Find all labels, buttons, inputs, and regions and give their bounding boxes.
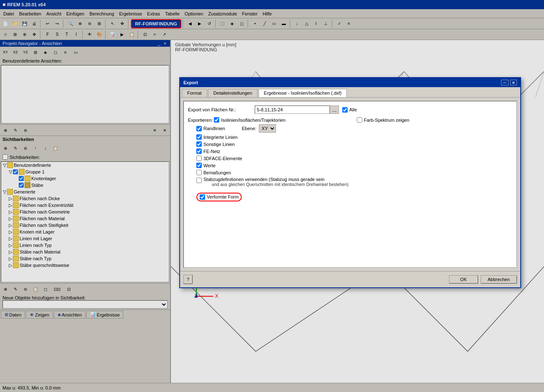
alle-checkbox[interactable] (342, 107, 348, 113)
cb-farb[interactable] (357, 117, 362, 123)
cb-3df[interactable] (196, 156, 202, 161)
modal-title-buttons: ─ × (501, 80, 517, 85)
cb-rand-row: Randlinien Ebene: XY XZ YZ (188, 124, 348, 133)
abbrechen-button[interactable]: Abbrechen (481, 275, 517, 284)
cb-stab-row: Stabzugdefinitionen verwenden (Stabzug m… (188, 177, 348, 188)
stabzug-note2: und aus gleichen Querschnitten mit ident… (212, 182, 348, 187)
modal-title-bar: Export ─ × (180, 78, 520, 87)
cb-rand-label[interactable]: Randlinien (196, 126, 225, 131)
cb-wer-label[interactable]: Werte (196, 163, 216, 168)
ebene-label: Ebene: (242, 126, 256, 131)
cb-fen-label[interactable]: FE-Netz (196, 148, 220, 154)
tab-detaileinstellungen[interactable]: Detaileinstellungen (208, 89, 258, 97)
alle-label: Alle (349, 107, 357, 112)
cb-bem[interactable] (196, 170, 202, 175)
modal-inner: Export von Flächen Nr.: ... Alle Exporti… (183, 101, 517, 268)
cb-bem-label[interactable]: Bemaßungen (196, 170, 231, 175)
cb-stab-label[interactable]: Stabzugdefinitionen verwenden (Stabzug m… (196, 177, 348, 188)
cb-int[interactable] (196, 134, 202, 140)
cb-iso[interactable] (214, 117, 219, 123)
modal-footer: ? OK Abbrechen (180, 271, 520, 287)
modal-close-btn[interactable]: × (510, 80, 517, 85)
export-dialog: Export ─ × Format Detaileinstellungen Er… (179, 77, 521, 288)
cb-3df-label[interactable]: 3DFACE-Elemente (196, 156, 242, 161)
tab-bar: Format Detaileinstellungen Ergebnisse - … (180, 87, 520, 98)
exportieren-label-row: Exportieren: Isolinien/Isoflächen/Trajek… (188, 117, 348, 123)
tab-ergebnisse-iso[interactable]: Ergebnisse - Isolinien/Isoflächen (.dxf) (258, 89, 347, 97)
ebene-select[interactable]: XY XZ YZ (259, 124, 276, 133)
export-flaechen-picker-btn[interactable]: ... (330, 106, 339, 114)
tab-format[interactable]: Format (182, 89, 207, 97)
exportieren-label: Exportieren: (188, 118, 213, 123)
verformte-form-row: Verformte Form (188, 193, 512, 201)
cb-fen[interactable] (196, 148, 202, 154)
cb-rand[interactable] (196, 126, 202, 131)
cb-farb-row: Farb-Spektrum zeigen (357, 117, 409, 123)
ok-button[interactable]: OK (449, 275, 478, 284)
export-flaechen-input[interactable] (255, 106, 330, 114)
cb-farb-label[interactable]: Farb-Spektrum zeigen (357, 117, 409, 123)
cb-int-row: Integrierte Linien (188, 134, 348, 140)
export-flaechen-label: Export von Flächen Nr.: (188, 107, 255, 112)
modal-content: Export von Flächen Nr.: ... Alle Exporti… (180, 98, 520, 271)
modal-minimize-btn[interactable]: ─ (501, 80, 509, 85)
cb-int-label[interactable]: Integrierte Linien (196, 134, 238, 140)
export-flaechen-row: Export von Flächen Nr.: ... Alle (188, 106, 512, 114)
cb-fen-row: FE-Netz (188, 148, 348, 154)
cb-wer-row: Werte (188, 163, 348, 168)
verformte-checkbox[interactable] (200, 194, 205, 200)
cb-son-row: Sonstige Linien (188, 141, 348, 147)
verformte-label: Verformte Form (207, 194, 238, 199)
cb-iso-label[interactable]: Isolinien/Isoflächen/Trajektorien (214, 117, 285, 123)
cb-bem-row: Bemaßungen (188, 170, 348, 175)
cb-stab[interactable] (196, 178, 202, 183)
cb-wer[interactable] (196, 163, 202, 168)
cb-son[interactable] (196, 141, 202, 147)
cb-son-label[interactable]: Sonstige Linien (196, 141, 235, 147)
modal-title-text: Export (183, 80, 198, 85)
modal-overlay: Export ─ × Format Detaileinstellungen Er… (0, 0, 544, 392)
verformte-circle: Verformte Form (196, 193, 242, 201)
export-section: Exportieren: Isolinien/Isoflächen/Trajek… (188, 117, 512, 201)
help-button[interactable]: ? (183, 275, 193, 284)
cb-3df-row: 3DFACE-Elemente (188, 156, 348, 161)
